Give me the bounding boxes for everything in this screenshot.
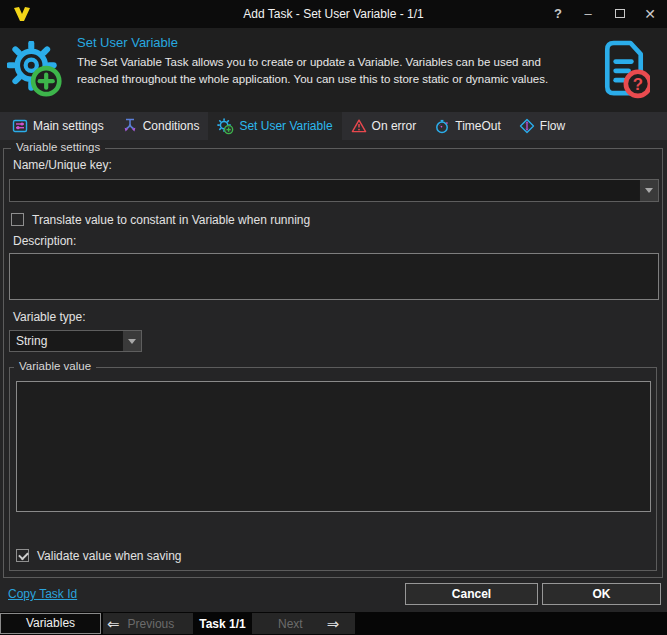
sliders-icon — [12, 118, 28, 134]
next-label: Next — [278, 617, 303, 631]
tab-label: Conditions — [143, 119, 200, 133]
tab-flow[interactable]: Flow — [510, 112, 574, 140]
variable-value-group: Variable value Validate value when savin… — [9, 367, 657, 571]
ok-button[interactable]: OK — [542, 583, 661, 605]
next-task-button[interactable]: Next ⇒ — [252, 613, 355, 634]
minimize-button[interactable]: – — [575, 0, 601, 28]
translate-value-checkbox[interactable] — [11, 213, 24, 226]
maximize-button[interactable] — [607, 0, 633, 28]
copy-task-id-link[interactable]: Copy Task Id — [8, 587, 77, 601]
tab-main-settings[interactable]: Main settings — [3, 112, 113, 140]
dropdown-button[interactable] — [122, 331, 141, 351]
description-textarea[interactable] — [9, 253, 659, 300]
title-bar: Add Task - Set User Variable - 1/1 ? – ✕ — [0, 0, 667, 28]
warning-icon — [351, 118, 367, 134]
stopwatch-icon — [434, 118, 450, 134]
flow-diamond-icon — [519, 118, 535, 134]
task-description: The Set Variable Task allows you to crea… — [77, 54, 585, 87]
variable-settings-group: Variable settings Name/Unique key: Trans… — [3, 148, 663, 578]
bottom-task-bar: Variables ⇐ Previous Task 1/1 Next ⇒ — [0, 612, 667, 635]
task-counter: Task 1/1 — [193, 613, 252, 634]
tab-conditions[interactable]: Conditions — [113, 112, 209, 140]
translate-value-checkbox-label[interactable]: Translate value to constant in Variable … — [32, 213, 310, 227]
tab-label: TimeOut — [455, 119, 501, 133]
previous-label: Previous — [128, 617, 175, 631]
dialog-header: Set User Variable The Set Variable Task … — [0, 28, 667, 112]
tab-on-error[interactable]: On error — [342, 112, 426, 140]
group-title: Variable value — [14, 360, 96, 372]
validate-value-checkbox-label[interactable]: Validate value when saving — [37, 549, 182, 563]
variable-type-combobox[interactable]: String — [9, 330, 142, 352]
dropdown-button[interactable] — [639, 180, 658, 201]
description-label: Description: — [13, 234, 76, 248]
close-button[interactable]: ✕ — [637, 0, 663, 28]
gear-plus-icon — [217, 118, 234, 135]
tab-label: Set User Variable — [239, 119, 332, 133]
document-help-icon: ? — [598, 38, 650, 100]
chevron-down-icon — [128, 339, 136, 344]
branch-icon — [122, 118, 138, 134]
arrow-right-icon: ⇒ — [327, 616, 340, 631]
tab-set-user-variable[interactable]: Set User Variable — [208, 112, 341, 140]
tab-timeout[interactable]: TimeOut — [425, 112, 510, 140]
name-unique-key-combobox[interactable] — [9, 179, 659, 202]
variables-tab[interactable]: Variables — [0, 613, 101, 634]
arrow-left-icon: ⇐ — [107, 616, 120, 631]
combobox-value[interactable] — [10, 180, 639, 201]
tab-label: Main settings — [33, 119, 104, 133]
help-button[interactable]: ? — [545, 0, 571, 28]
variable-value-textarea[interactable] — [16, 381, 651, 512]
variable-type-label: Variable type: — [13, 310, 86, 324]
task-title: Set User Variable — [77, 35, 178, 50]
cancel-button[interactable]: Cancel — [405, 583, 538, 605]
maximize-icon — [615, 9, 625, 18]
group-title: Variable settings — [11, 141, 105, 153]
previous-task-button[interactable]: ⇐ Previous — [103, 613, 193, 634]
add-task-dialog: Add Task - Set User Variable - 1/1 ? – ✕… — [0, 0, 667, 635]
gear-add-icon — [7, 41, 63, 97]
tab-bar: Main settings Conditions — [0, 112, 667, 140]
chevron-down-icon — [645, 188, 653, 193]
name-unique-key-label: Name/Unique key: — [13, 158, 112, 172]
tab-content: Variable settings Name/Unique key: Trans… — [0, 140, 667, 612]
question-mark-glyph: ? — [633, 75, 643, 94]
tab-label: Flow — [540, 119, 565, 133]
tab-label: On error — [372, 119, 417, 133]
validate-value-checkbox[interactable] — [16, 549, 29, 562]
combobox-value[interactable]: String — [10, 331, 122, 351]
